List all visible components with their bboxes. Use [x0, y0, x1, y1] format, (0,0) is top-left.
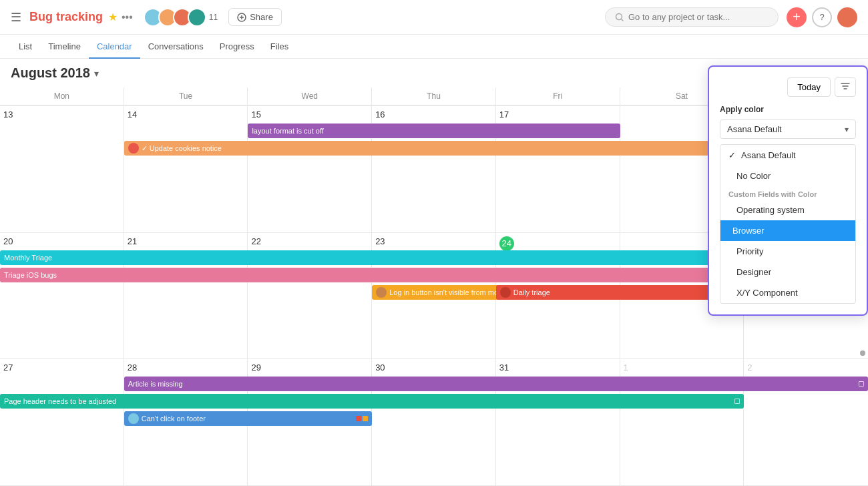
apply-color-label: Apply color: [720, 105, 856, 114]
event-layout-format[interactable]: layout format is cut off: [248, 124, 620, 138]
day-14: 14: [124, 106, 248, 232]
event-cant-click-footer[interactable]: Can't click on footer: [124, 411, 372, 426]
today-button[interactable]: Today: [787, 77, 831, 97]
nav-tabs: List Timeline Calendar Conversations Pro…: [0, 35, 868, 59]
add-button[interactable]: +: [787, 7, 807, 27]
day-number: 14: [128, 109, 244, 119]
day-number: 28: [128, 362, 244, 373]
event-page-header[interactable]: Page header needs to be adjusted: [0, 394, 744, 409]
day-number: 2: [747, 362, 865, 373]
search-bar[interactable]: [605, 7, 779, 27]
color-option-priority[interactable]: Priority: [720, 241, 855, 262]
day-number: 17: [499, 109, 616, 119]
day-number: 31: [499, 362, 616, 373]
day-number: 30: [375, 362, 492, 373]
day-number: 20: [3, 236, 120, 246]
tab-progress[interactable]: Progress: [212, 35, 262, 59]
color-dropdown-value: Asana Default: [727, 124, 782, 134]
controls-panel: Today Apply color Asana Default ▾ Asana …: [708, 65, 868, 316]
month-title: August 2018: [11, 65, 90, 81]
color-options-list: Asana Default No Color Custom Fields wit…: [720, 144, 856, 304]
menu-icon[interactable]: ☰: [11, 10, 21, 25]
avatar-group: 11: [144, 8, 218, 27]
color-option-no-color[interactable]: No Color: [720, 166, 855, 186]
day-number: 23: [375, 236, 492, 246]
filter-button[interactable]: [835, 77, 856, 97]
day-13: 13: [0, 106, 124, 232]
event-update-cookies[interactable]: ✓ Update cookies notice: [124, 141, 744, 156]
day-header-tue: Tue: [124, 87, 248, 105]
day-27: 27: [0, 359, 124, 485]
tab-list[interactable]: List: [11, 35, 40, 59]
day-number: 15: [251, 109, 368, 119]
color-section-custom-fields: Custom Fields with Color: [720, 186, 855, 200]
day-number: 13: [3, 109, 120, 119]
more-icon[interactable]: •••: [122, 11, 133, 23]
month-dropdown-icon[interactable]: ▾: [94, 68, 99, 79]
day-header-thu: Thu: [372, 87, 496, 105]
day-header-mon: Mon: [0, 87, 124, 105]
avatar: [188, 8, 206, 27]
day-number-today: 24: [499, 236, 514, 251]
color-option-operating-system[interactable]: Operating system: [720, 200, 855, 220]
day-number: 27: [3, 362, 120, 373]
week-row-3: 27 28 29 30 31 1 2 Article is missing Pa…: [0, 359, 868, 486]
project-title: Bug tracking: [29, 10, 103, 24]
member-count: 11: [209, 13, 218, 22]
search-input[interactable]: [628, 12, 762, 22]
day-number: 22: [251, 236, 368, 246]
help-button[interactable]: ?: [812, 7, 832, 27]
event-triage-ios[interactable]: Triage iOS bugs: [0, 268, 744, 282]
color-option-browser[interactable]: Browser: [720, 220, 855, 241]
color-option-designer[interactable]: Designer: [720, 262, 855, 282]
tab-timeline[interactable]: Timeline: [40, 35, 89, 59]
star-icon[interactable]: ★: [108, 11, 118, 23]
day-header-wed: Wed: [248, 87, 372, 105]
day-number: 16: [375, 109, 492, 119]
color-option-xy-component[interactable]: X/Y Component: [720, 282, 855, 303]
controls-top-row: Today: [720, 77, 856, 97]
calendar-area: August 2018 ▾ Mon Tue Wed Thu Fri Sat Su…: [0, 59, 868, 486]
share-button[interactable]: Share: [228, 8, 282, 26]
day-number: 29: [251, 362, 368, 373]
topbar: ☰ Bug tracking ★ ••• 11 Share + ?: [0, 0, 868, 35]
day-header-fri: Fri: [496, 87, 620, 105]
tab-calendar[interactable]: Calendar: [89, 35, 140, 59]
color-dropdown[interactable]: Asana Default ▾: [720, 119, 856, 139]
color-option-asana-default[interactable]: Asana Default: [720, 145, 855, 166]
user-avatar[interactable]: [837, 7, 857, 27]
day-number: 1: [624, 362, 740, 373]
event-article-missing[interactable]: Article is missing: [124, 377, 868, 391]
day-number: 21: [128, 236, 244, 246]
tab-files[interactable]: Files: [262, 35, 296, 59]
chevron-down-icon: ▾: [845, 125, 849, 134]
tab-conversations[interactable]: Conversations: [140, 35, 212, 59]
event-daily-triage[interactable]: Daily triage: [496, 285, 744, 300]
